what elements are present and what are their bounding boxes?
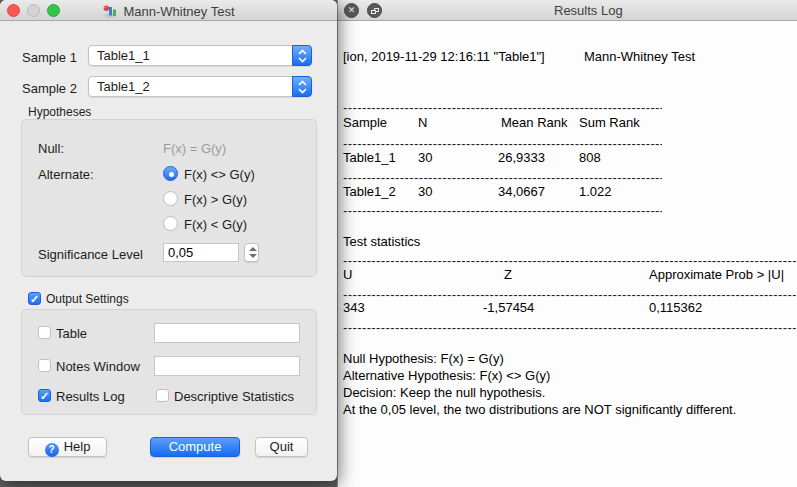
null-value: F(x) = G(y) xyxy=(163,141,226,156)
results-log-checkbox-label: Results Log xyxy=(56,389,125,404)
combo-stepper-icon xyxy=(292,76,312,97)
results-log-checkbox[interactable]: ✓ xyxy=(38,389,51,402)
significance-stepper[interactable] xyxy=(244,243,259,262)
divider: ----------------------------------------… xyxy=(343,253,796,268)
sample1-value: Table1_1 xyxy=(97,48,150,63)
quit-button[interactable]: Quit xyxy=(255,437,308,457)
alternate-label: Alternate: xyxy=(38,167,94,182)
divider: ----------------------------------------… xyxy=(343,170,662,185)
radio-alternate-gt-label: F(x) > G(y) xyxy=(184,192,247,207)
descriptive-statistics-checkbox[interactable] xyxy=(156,389,169,402)
close-icon: ✕ xyxy=(348,5,356,15)
table-checkbox-label: Table xyxy=(56,326,87,341)
mann-whitney-dialog: Mann-Whitney Test Sample 1 Table1_1 Samp… xyxy=(0,0,337,481)
null-label: Null: xyxy=(38,141,64,156)
descriptive-statistics-label: Descriptive Statistics xyxy=(174,389,294,404)
check-icon: ✓ xyxy=(40,390,49,402)
restore-button[interactable] xyxy=(367,3,382,18)
dialog-title: Mann-Whitney Test xyxy=(123,4,234,19)
radio-alternate-ne-label: F(x) <> G(y) xyxy=(184,167,255,182)
cell: -1,57454 xyxy=(483,300,534,315)
conclusion-line: Null Hypothesis: F(x) = G(y) xyxy=(343,351,504,366)
compute-button[interactable]: Compute xyxy=(150,437,240,457)
notes-window-checkbox[interactable] xyxy=(38,359,51,372)
notes-window-input[interactable] xyxy=(154,356,300,376)
radio-alternate-ne[interactable] xyxy=(163,166,178,181)
cell: 26,9333 xyxy=(498,150,545,165)
significance-input[interactable] xyxy=(163,243,239,262)
check-icon: ✓ xyxy=(30,293,39,305)
cell: Table1_2 xyxy=(343,184,396,199)
col-header: Sum Rank xyxy=(579,115,640,130)
table-checkbox[interactable] xyxy=(38,326,51,339)
sample2-label: Sample 2 xyxy=(22,81,77,96)
hypotheses-group-label: Hypotheses xyxy=(28,105,91,119)
cell: 343 xyxy=(343,300,365,315)
help-button[interactable]: ?Help xyxy=(28,437,107,457)
dialog-title-area: Mann-Whitney Test xyxy=(0,2,337,20)
test-statistics-label: Test statistics xyxy=(343,234,420,249)
col-header: Z xyxy=(504,267,512,282)
col-header: U xyxy=(343,267,352,282)
cell: 30 xyxy=(418,150,432,165)
cell: 1.022 xyxy=(579,184,612,199)
divider: ----------------------------------------… xyxy=(343,320,796,335)
help-icon: ? xyxy=(45,443,59,457)
cell: 30 xyxy=(418,184,432,199)
results-log-window: ✕ Results Log [ion, 2019-11-29 12:16:11 … xyxy=(337,0,797,487)
output-settings-groupbox: Table Notes Window ✓ Results Log Descrip… xyxy=(21,309,317,415)
sample2-combobox[interactable]: Table1_2 xyxy=(88,76,312,97)
divider: ----------------------------------------… xyxy=(343,100,662,115)
divider: ----------------------------------------… xyxy=(343,287,796,302)
col-header: Mean Rank xyxy=(501,115,567,130)
col-header: Sample xyxy=(343,115,387,130)
app-icon xyxy=(102,3,118,19)
conclusion-line: Decision: Keep the null hypothesis. xyxy=(343,385,545,400)
output-settings-label: Output Settings xyxy=(46,292,129,306)
conclusion-line: Alternative Hypothesis: F(x) <> G(y) xyxy=(343,368,550,383)
cell: Table1_1 xyxy=(343,150,396,165)
cell: 34,0667 xyxy=(498,184,545,199)
cell: 808 xyxy=(579,150,601,165)
compute-button-label: Compute xyxy=(169,439,222,454)
close-button[interactable]: ✕ xyxy=(344,3,359,18)
combo-stepper-icon xyxy=(292,45,312,66)
stepper-up-icon xyxy=(249,247,257,251)
radio-alternate-lt[interactable] xyxy=(163,216,178,231)
dialog-titlebar: Mann-Whitney Test xyxy=(0,0,337,21)
radio-alternate-gt[interactable] xyxy=(163,191,178,206)
divider: ----------------------------------------… xyxy=(343,203,662,218)
significance-label: Significance Level xyxy=(38,247,143,262)
radio-alternate-lt-label: F(x) < G(y) xyxy=(184,217,247,232)
output-settings-checkbox[interactable]: ✓ xyxy=(28,292,41,305)
table-name-input[interactable] xyxy=(154,323,300,343)
session-stamp: [ion, 2019-11-29 12:16:11 "Table1"] xyxy=(343,49,545,64)
notes-window-checkbox-label: Notes Window xyxy=(56,359,140,374)
hypotheses-groupbox: Null: F(x) = G(y) Alternate: F(x) <> G(y… xyxy=(21,119,317,277)
quit-button-label: Quit xyxy=(270,439,294,454)
radio-dot-icon xyxy=(169,172,174,177)
col-header: Approximate Prob > |U| xyxy=(649,267,784,282)
sample2-value: Table1_2 xyxy=(97,79,150,94)
sample1-label: Sample 1 xyxy=(22,50,77,65)
stepper-down-icon xyxy=(249,254,257,258)
col-header: N xyxy=(418,115,427,130)
help-button-label: Help xyxy=(64,439,91,454)
sample1-combobox[interactable]: Table1_1 xyxy=(88,45,312,66)
results-log-title: Results Log xyxy=(554,3,623,18)
conclusion-line: At the 0,05 level, the two distributions… xyxy=(343,402,736,417)
session-test-name: Mann-Whitney Test xyxy=(584,49,695,64)
results-log-titlebar: ✕ Results Log xyxy=(338,0,797,21)
divider: ----------------------------------------… xyxy=(343,136,662,151)
cell: 0,115362 xyxy=(649,300,702,315)
